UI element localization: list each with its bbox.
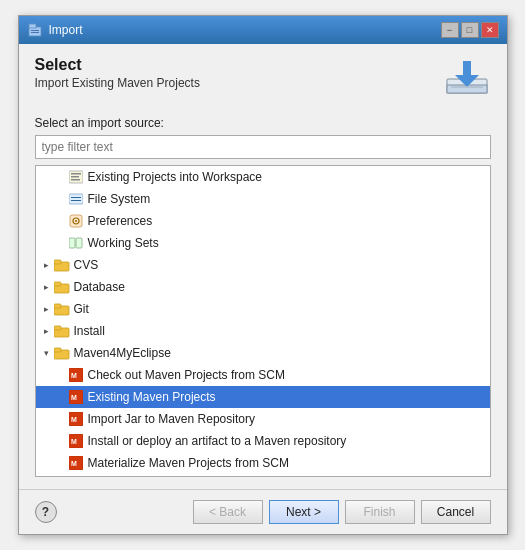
tree-item-label: Working Sets <box>88 236 159 250</box>
workingsets-icon <box>68 235 84 251</box>
tree-item-label: Install <box>74 324 105 338</box>
tree-item-label: Database <box>74 280 125 294</box>
help-button[interactable]: ? <box>35 501 57 523</box>
folder-icon <box>54 301 70 317</box>
footer: ? < Back Next > Finish Cancel <box>19 489 507 534</box>
svg-rect-12 <box>71 179 80 181</box>
maven-icon: M <box>68 389 84 405</box>
tree-item[interactable]: Install <box>36 320 490 342</box>
svg-rect-1 <box>29 24 36 28</box>
tree-item[interactable]: Git <box>36 298 490 320</box>
title-bar-buttons: − □ ✕ <box>441 22 499 38</box>
tree-item-label: Install or deploy an artifact to a Maven… <box>88 434 347 448</box>
title-bar: Import − □ ✕ <box>19 16 507 44</box>
tree-item[interactable]: M Install or deploy an artifact to a Mav… <box>36 430 490 452</box>
window-icon <box>27 22 43 38</box>
svg-text:M: M <box>71 394 77 401</box>
svg-rect-14 <box>71 197 81 198</box>
tree-expander-collapsed <box>40 324 54 338</box>
tree-item-label: Existing Maven Projects <box>88 390 216 404</box>
back-button[interactable]: < Back <box>193 500 263 524</box>
tree-item[interactable]: File System <box>36 188 490 210</box>
tree-item[interactable]: Working Sets <box>36 232 490 254</box>
filter-input[interactable] <box>35 135 491 159</box>
tree-item-label: Preferences <box>88 214 153 228</box>
svg-rect-13 <box>69 194 83 204</box>
tree-item-label: Maven4MyEclipse <box>74 346 171 360</box>
project-icon <box>68 169 84 185</box>
tree-item[interactable]: Preferences <box>36 210 490 232</box>
tree-item-label: Check out Maven Projects from SCM <box>88 368 285 382</box>
svg-text:M: M <box>71 438 77 445</box>
tree-item[interactable]: M Check out Maven Projects from SCM <box>36 364 490 386</box>
maven-icon: M <box>68 455 84 471</box>
svg-text:M: M <box>71 372 77 379</box>
svg-rect-20 <box>76 238 82 248</box>
window-title: Import <box>49 23 83 37</box>
tree-item-label: Import Jar to Maven Repository <box>88 412 255 426</box>
svg-rect-2 <box>31 30 39 31</box>
maven-icon: M <box>68 367 84 383</box>
tree-item[interactable]: Existing Projects into Workspace <box>36 166 490 188</box>
svg-rect-26 <box>54 304 61 308</box>
tree-container[interactable]: Existing Projects into Workspace File Sy… <box>35 165 491 477</box>
tree-expander-collapsed <box>40 302 54 316</box>
tree-item-label: CVS <box>74 258 99 272</box>
minimize-button[interactable]: − <box>441 22 459 38</box>
svg-text:M: M <box>71 460 77 467</box>
source-label: Select an import source: <box>35 116 491 130</box>
svg-rect-19 <box>69 238 75 248</box>
tree-item[interactable]: CVS <box>36 254 490 276</box>
preferences-icon <box>68 213 84 229</box>
tree-expander-expanded <box>40 346 54 360</box>
footer-left: ? <box>35 500 187 524</box>
header-icon <box>443 56 491 96</box>
maven-icon: M <box>68 433 84 449</box>
page-title: Select <box>35 56 200 74</box>
tree-expander-collapsed <box>40 258 54 272</box>
svg-rect-28 <box>54 326 61 330</box>
filesystem-icon <box>68 191 84 207</box>
tree-item-label: Git <box>74 302 89 316</box>
folder-icon <box>54 323 70 339</box>
tree-item[interactable]: M Existing Maven Projects <box>36 386 490 408</box>
page-header: Select Import Existing Maven Projects <box>35 56 491 102</box>
tree-item[interactable]: Database <box>36 276 490 298</box>
cancel-button[interactable]: Cancel <box>421 500 491 524</box>
maximize-button[interactable]: □ <box>461 22 479 38</box>
folder-icon <box>54 345 70 361</box>
tree-item-label: File System <box>88 192 151 206</box>
svg-text:M: M <box>71 416 77 423</box>
content-area: Select Import Existing Maven Projects Se… <box>19 44 507 489</box>
svg-rect-24 <box>54 282 61 286</box>
folder-icon <box>54 279 70 295</box>
tree-expander-collapsed <box>40 280 54 294</box>
close-button[interactable]: ✕ <box>481 22 499 38</box>
tree-item-label: Existing Projects into Workspace <box>88 170 263 184</box>
svg-rect-15 <box>71 200 81 201</box>
tree-item[interactable]: MyEclipse JEE <box>36 474 490 477</box>
svg-rect-11 <box>71 176 79 178</box>
svg-rect-22 <box>54 260 61 264</box>
svg-point-18 <box>75 220 77 222</box>
svg-rect-3 <box>31 32 39 33</box>
title-bar-left: Import <box>27 22 83 38</box>
next-button[interactable]: Next > <box>269 500 339 524</box>
tree-item[interactable]: Maven4MyEclipse <box>36 342 490 364</box>
maven-icon: M <box>68 411 84 427</box>
svg-rect-30 <box>54 348 61 352</box>
svg-rect-10 <box>71 173 81 175</box>
folder-icon <box>54 257 70 273</box>
finish-button[interactable]: Finish <box>345 500 415 524</box>
svg-rect-6 <box>463 61 471 77</box>
import-dialog: Import − □ ✕ Select Import Existing Mave… <box>18 15 508 535</box>
page-subtitle: Import Existing Maven Projects <box>35 76 200 90</box>
tree-item-label: Materialize Maven Projects from SCM <box>88 456 289 470</box>
tree-item[interactable]: M Import Jar to Maven Repository <box>36 408 490 430</box>
header-text: Select Import Existing Maven Projects <box>35 56 200 102</box>
tree-item[interactable]: M Materialize Maven Projects from SCM <box>36 452 490 474</box>
